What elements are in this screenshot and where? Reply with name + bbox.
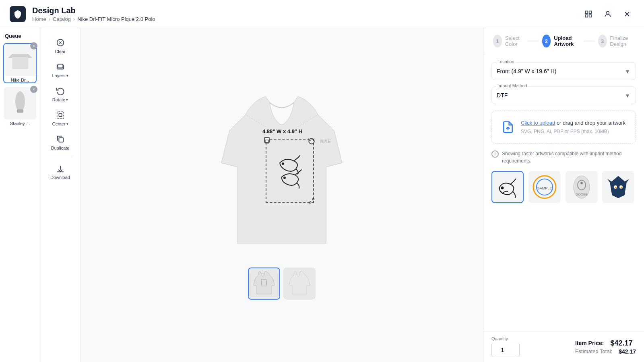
header: Design Lab Home › Catalog › Nike Dri-FIT…: [0, 0, 644, 28]
artwork-thumb-0[interactable]: [491, 171, 524, 203]
design-overlay[interactable]: 4.88" W x 4.9" H: [266, 139, 314, 203]
svg-rect-0: [586, 11, 588, 13]
design-artwork: [266, 140, 313, 202]
step-1: 1 Select Color: [493, 35, 524, 47]
upload-text-area: Click to upload or drag and drop your ar…: [521, 119, 625, 134]
queue-item-delete-1[interactable]: ×: [30, 86, 37, 93]
canvas-content: NIKE 4.88" W x 4.9" H: [213, 90, 350, 259]
center-icon: [56, 110, 65, 120]
step-3-label: Finalize Design: [610, 35, 634, 47]
svg-rect-15: [57, 112, 64, 119]
logo: [10, 6, 26, 22]
layers-icon: [56, 62, 65, 72]
artwork-thumb-2[interactable]: GOOSE: [566, 171, 598, 203]
center-label: Center ▾: [52, 121, 68, 126]
imprint-method-select[interactable]: DTFScreen PrintEmbroidery: [497, 92, 631, 99]
app-title: Design Lab: [32, 6, 575, 15]
header-title-area: Design Lab Home › Catalog › Nike Dri-FIT…: [32, 6, 575, 22]
steps-bar: 1 Select Color 2 Upload Artwork 3 Fin: [483, 28, 644, 54]
thumbnail-back[interactable]: [283, 267, 316, 300]
download-label: Download: [50, 175, 70, 180]
svg-rect-10: [12, 54, 28, 57]
close-button[interactable]: [620, 7, 634, 21]
upload-link[interactable]: Click to upload: [521, 120, 555, 126]
layers-label: Layers ▾: [52, 73, 68, 78]
queue-item-0[interactable]: × Nike Dr...: [3, 43, 37, 83]
price-row: Item Price: $42.17: [575, 339, 636, 348]
duplicate-icon: [56, 134, 65, 144]
svg-point-29: [502, 187, 504, 189]
svg-rect-22: [265, 140, 268, 143]
step-sep-1: [528, 41, 539, 41]
svg-marker-37: [610, 176, 626, 198]
step-2-circle: 2: [542, 35, 551, 47]
header-actions: [581, 7, 634, 21]
svg-point-42: [615, 187, 617, 188]
svg-marker-9: [28, 54, 32, 58]
breadcrumb: Home › Catalog › Nike Dri-FIT Micro Piqu…: [32, 16, 575, 22]
panel-content: Location Front (4.9" W x 19.6" H)BackLef…: [483, 54, 644, 331]
svg-text:NIKE: NIKE: [320, 139, 331, 144]
info-text: i Showing raster artworks compatible wit…: [491, 150, 636, 165]
svg-point-11: [15, 91, 25, 111]
svg-marker-8: [8, 54, 12, 58]
step-2: 2 Upload Artwork: [542, 35, 580, 47]
grid-view-button[interactable]: [581, 7, 596, 21]
layers-button[interactable]: Layers ▾: [44, 59, 76, 81]
imprint-method-select-wrapper: DTFScreen PrintEmbroidery: [497, 92, 631, 99]
svg-point-24: [284, 177, 285, 179]
step-2-label: Upload Artwork: [554, 35, 580, 47]
svg-text:SAMPLE: SAMPLE: [537, 186, 552, 190]
svg-point-43: [621, 187, 622, 188]
toolbar: Clear Layers ▾ Rotate ▾: [40, 28, 80, 362]
quantity-group: Quantity: [491, 336, 520, 357]
queue-title: Queue: [3, 33, 37, 39]
duplicate-button[interactable]: Duplicate: [44, 131, 76, 154]
clear-button[interactable]: Clear: [44, 35, 76, 57]
rotate-label: Rotate ▾: [52, 97, 68, 102]
download-button[interactable]: Download: [44, 160, 76, 183]
svg-point-35: [580, 182, 583, 184]
queue-item-label-0: Nike Dr...: [4, 78, 36, 82]
artwork-thumb-1[interactable]: SAMPLE: [528, 171, 561, 203]
thumbnail-front[interactable]: [248, 267, 280, 300]
clear-label: Clear: [55, 49, 65, 54]
queue-item-1[interactable]: × Stanley ...: [3, 86, 37, 127]
upload-text: Click to upload or drag and drop your ar…: [521, 119, 625, 127]
breadcrumb-catalog[interactable]: Catalog: [53, 16, 71, 22]
svg-rect-17: [59, 138, 63, 142]
queue-item-label-1: Stanley ...: [4, 121, 36, 126]
svg-rect-16: [59, 113, 62, 116]
main-layout: Queue × Nike Dr... ×: [0, 28, 644, 362]
location-field: Location Front (4.9" W x 19.6" H)BackLef…: [491, 62, 636, 80]
rotate-button[interactable]: Rotate ▾: [44, 83, 76, 105]
duplicate-label: Duplicate: [51, 146, 70, 150]
quantity-input[interactable]: [491, 343, 520, 357]
canvas-area: NIKE 4.88" W x 4.9" H: [80, 28, 483, 362]
design-handle-tl[interactable]: [264, 137, 270, 143]
design-size-label: 4.88" W x 4.9" H: [262, 128, 302, 134]
step-3-circle: 3: [598, 35, 607, 47]
user-button[interactable]: [601, 7, 615, 21]
breadcrumb-home[interactable]: Home: [32, 16, 46, 22]
upload-hint: SVG, PNG, Ai, PDF or EPS (max. 10MB): [521, 129, 625, 134]
location-select[interactable]: Front (4.9" W x 19.6" H)BackLeft ChestRi…: [497, 68, 631, 74]
estimated-label: Estimated Total:: [575, 348, 612, 354]
center-button[interactable]: Center ▾: [44, 107, 76, 130]
location-select-wrapper: Front (4.9" W x 19.6" H)BackLeft ChestRi…: [497, 68, 631, 75]
artwork-grid: SAMPLE GOOSE: [491, 171, 636, 203]
estimated-value: $42.17: [619, 348, 636, 355]
artwork-thumb-3[interactable]: [602, 171, 634, 203]
location-label: Location: [496, 59, 516, 64]
queue-sidebar: Queue × Nike Dr... ×: [0, 28, 40, 362]
design-handle-rotate[interactable]: [308, 137, 316, 145]
view-thumbnails: [248, 267, 316, 300]
upload-icon: [500, 119, 516, 135]
queue-item-delete-0[interactable]: ×: [30, 42, 37, 49]
upload-area[interactable]: Click to upload or drag and drop your ar…: [491, 111, 636, 144]
design-handle-scale[interactable]: [308, 197, 316, 205]
step-1-label: Select Color: [505, 35, 524, 47]
imprint-method-label: Imprint Method: [496, 83, 528, 88]
right-panel: 1 Select Color 2 Upload Artwork 3 Fin: [483, 28, 644, 362]
svg-point-4: [607, 11, 609, 14]
